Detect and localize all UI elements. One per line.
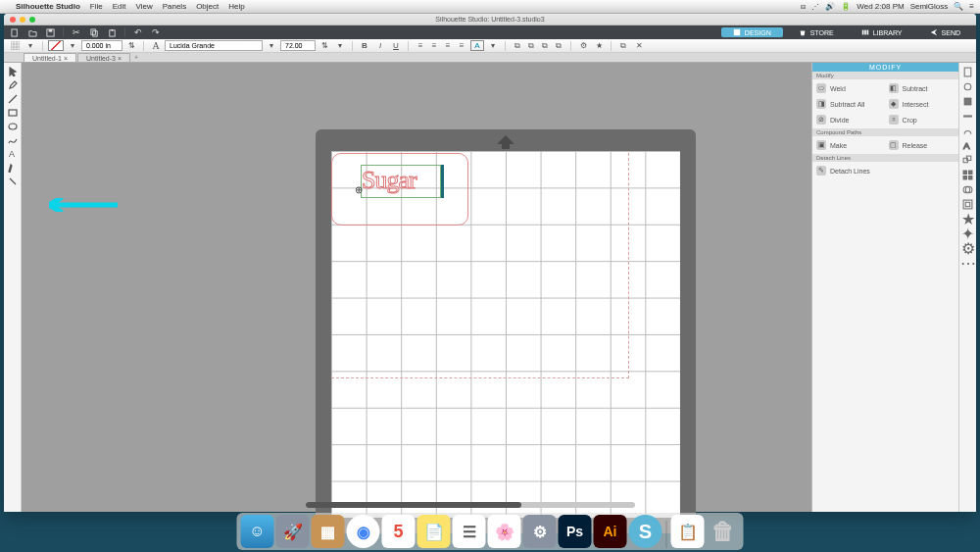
- text-panel-button[interactable]: A: [959, 138, 976, 153]
- freehand-tool[interactable]: [4, 133, 21, 146]
- bold-button[interactable]: B: [358, 40, 371, 51]
- replicate-button-1[interactable]: ⧉: [511, 40, 524, 51]
- canvas-area[interactable]: Sugar ⊕: [22, 63, 811, 512]
- page-setup-panel-button[interactable]: [959, 65, 976, 79]
- scroll-thumb[interactable]: [306, 502, 521, 508]
- align-center-button[interactable]: ≡: [427, 40, 441, 51]
- dock-downloads[interactable]: 📋: [671, 515, 705, 548]
- dock-photos[interactable]: 🌸: [488, 515, 521, 548]
- menu-edit[interactable]: Edit: [113, 2, 126, 11]
- window-close-button[interactable]: [10, 17, 16, 23]
- menubar-clock[interactable]: Wed 2:08 PM: [857, 2, 904, 11]
- dock-app3[interactable]: ▦: [312, 515, 345, 548]
- intersect-button[interactable]: ◆Intersect: [887, 97, 957, 111]
- make-compound-button[interactable]: ▣Make: [814, 138, 885, 152]
- fill-panel-button[interactable]: [959, 94, 976, 109]
- replicate-button-4[interactable]: ⧉: [552, 40, 565, 51]
- font-family-select[interactable]: [165, 40, 263, 51]
- preferences-button[interactable]: ⚙: [576, 40, 590, 51]
- dock-launchpad[interactable]: 🚀: [276, 515, 310, 548]
- tab-send[interactable]: SEND: [918, 27, 972, 37]
- menubar-volume-icon[interactable]: 🔊: [825, 2, 835, 11]
- window-zoom-button[interactable]: [29, 17, 35, 23]
- open-file-button[interactable]: [25, 26, 39, 38]
- divide-button[interactable]: ⊘Divide: [814, 113, 885, 126]
- replicate-button-2[interactable]: ⧉: [524, 40, 538, 51]
- font-size-input[interactable]: [280, 40, 316, 51]
- eraser-tool[interactable]: [4, 175, 21, 187]
- italic-button[interactable]: I: [373, 40, 387, 51]
- grid-toggle[interactable]: [8, 40, 22, 51]
- copy-button[interactable]: [87, 26, 101, 38]
- document-tab-active[interactable]: Untitled-1 ×: [24, 53, 76, 62]
- underline-button[interactable]: U: [389, 40, 403, 51]
- tab-library[interactable]: LIBRARY: [850, 27, 914, 37]
- crop-button[interactable]: ⌗Crop: [887, 113, 957, 126]
- menu-help[interactable]: Help: [228, 2, 244, 11]
- transform-panel-button[interactable]: [959, 153, 976, 168]
- font-size-dropdown[interactable]: ▾: [333, 40, 347, 51]
- cut-area[interactable]: Sugar ⊕: [331, 151, 680, 518]
- align-left-button[interactable]: ≡: [414, 40, 427, 51]
- dock-finder[interactable]: ☺: [241, 515, 274, 548]
- close-panel-button[interactable]: ✕: [632, 40, 646, 51]
- cut-button[interactable]: ✂: [70, 26, 83, 38]
- add-document-button[interactable]: +: [131, 53, 141, 62]
- document-tab-inactive[interactable]: Untitled-3 ×: [77, 53, 130, 62]
- dock-reminders[interactable]: ☰: [453, 515, 486, 548]
- menu-file[interactable]: File: [90, 2, 103, 11]
- menu-object[interactable]: Object: [196, 2, 219, 11]
- modify-panel-button[interactable]: [959, 182, 976, 197]
- font-size-stepper[interactable]: ⇅: [318, 40, 331, 51]
- draw-note-tool[interactable]: [4, 161, 21, 174]
- select-tool[interactable]: [4, 65, 21, 77]
- dock-trash[interactable]: 🗑: [707, 515, 740, 548]
- dock-photoshop[interactable]: Ps: [559, 515, 592, 548]
- ellipse-tool[interactable]: [4, 120, 21, 132]
- menubar-notifications-icon[interactable]: ≡: [969, 2, 974, 11]
- menu-panels[interactable]: Panels: [163, 2, 186, 11]
- text-bounding-box[interactable]: Sugar: [361, 165, 441, 198]
- arrange-button[interactable]: ⧉: [616, 40, 630, 51]
- line-style-dropdown[interactable]: ▾: [66, 40, 79, 51]
- menubar-wifi-icon[interactable]: ⋰: [811, 2, 819, 11]
- align-right-button[interactable]: ≡: [441, 40, 455, 51]
- menubar-bt-icon[interactable]: ⧈: [801, 2, 806, 12]
- line-color-swatch[interactable]: [48, 40, 64, 51]
- text-tool[interactable]: A: [4, 147, 21, 160]
- save-button[interactable]: [43, 26, 57, 38]
- pixscan-panel-button[interactable]: [959, 79, 976, 94]
- dock-notes[interactable]: 📄: [417, 515, 451, 548]
- new-file-button[interactable]: [8, 26, 22, 38]
- subtract-all-button[interactable]: ◨Subtract All: [814, 97, 885, 111]
- fill-swatch[interactable]: ▾: [24, 40, 37, 51]
- dock-calendar[interactable]: 5: [382, 515, 416, 548]
- text-dropdown[interactable]: ▾: [486, 40, 500, 51]
- weld-button[interactable]: ⬭Weld: [814, 81, 885, 95]
- text-color-button[interactable]: A: [470, 40, 484, 51]
- tab-design[interactable]: DESIGN: [721, 27, 783, 37]
- detach-lines-button[interactable]: ✎Detach Lines: [814, 164, 956, 177]
- menu-view[interactable]: View: [135, 2, 152, 11]
- line-panel-button[interactable]: [959, 109, 976, 124]
- trace-panel-button[interactable]: [959, 124, 976, 138]
- subtract-button[interactable]: ◧Subtract: [887, 81, 957, 95]
- font-dropdown[interactable]: ▾: [265, 40, 278, 51]
- replicate-button-3[interactable]: ⧉: [538, 40, 552, 51]
- more-panel-button[interactable]: ⋯: [959, 256, 976, 271]
- tab-store[interactable]: STORE: [787, 27, 846, 37]
- undo-button[interactable]: ↶: [131, 26, 145, 38]
- star-button[interactable]: ★: [592, 40, 606, 51]
- dock-illustrator[interactable]: Ai: [594, 515, 627, 548]
- app-name[interactable]: Silhouette Studio: [16, 2, 80, 11]
- redo-button[interactable]: ↷: [149, 26, 163, 38]
- align-justify-button[interactable]: ≡: [455, 40, 468, 51]
- replicate-panel-button[interactable]: [959, 168, 976, 182]
- dock-silhouette[interactable]: S: [629, 515, 662, 548]
- line-tool[interactable]: [4, 92, 21, 105]
- paste-button[interactable]: [105, 26, 119, 38]
- horizontal-scrollbar[interactable]: [306, 502, 635, 508]
- menubar-user[interactable]: SemiGloss: [910, 2, 949, 11]
- stroke-width-input[interactable]: [81, 40, 122, 51]
- dock-chrome[interactable]: ◉: [347, 515, 380, 548]
